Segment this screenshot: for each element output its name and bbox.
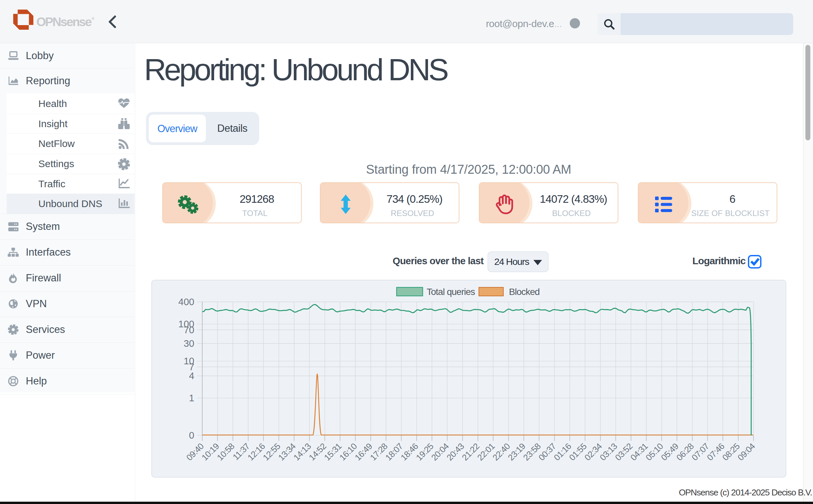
svg-text:16:10: 16:10 (337, 441, 359, 463)
svg-text:08:25: 08:25 (721, 441, 742, 463)
svg-text:22:40: 22:40 (491, 441, 512, 463)
svg-text:Total queries: Total queries (427, 287, 475, 297)
svg-text:400: 400 (178, 297, 194, 307)
svg-text:70: 70 (184, 325, 194, 335)
svg-text:22:01: 22:01 (475, 441, 497, 463)
svg-text:01:16: 01:16 (552, 441, 573, 463)
svg-text:19:25: 19:25 (414, 441, 436, 463)
svg-text:1: 1 (189, 393, 194, 403)
svg-text:23:58: 23:58 (521, 441, 543, 463)
svg-text:09:40: 09:40 (184, 441, 206, 463)
svg-text:23:19: 23:19 (506, 441, 528, 463)
svg-text:04:31: 04:31 (629, 441, 650, 463)
svg-text:00:37: 00:37 (537, 441, 558, 463)
svg-text:15:31: 15:31 (322, 441, 344, 463)
svg-text:07:07: 07:07 (690, 441, 711, 463)
svg-text:18:46: 18:46 (399, 441, 421, 463)
svg-text:01:55: 01:55 (567, 441, 589, 463)
svg-text:10:58: 10:58 (215, 441, 237, 463)
svg-text:13:34: 13:34 (276, 441, 298, 463)
svg-text:14:13: 14:13 (291, 441, 313, 463)
svg-text:18:07: 18:07 (383, 441, 405, 463)
svg-text:14:52: 14:52 (307, 441, 328, 463)
svg-text:03:52: 03:52 (613, 441, 635, 463)
svg-text:02:34: 02:34 (583, 441, 604, 463)
svg-text:07:46: 07:46 (705, 441, 726, 463)
svg-text:4: 4 (189, 371, 194, 381)
svg-text:17:28: 17:28 (368, 441, 389, 463)
svg-text:21:22: 21:22 (460, 441, 482, 463)
svg-text:12:16: 12:16 (245, 441, 267, 463)
svg-text:Blocked: Blocked (509, 287, 540, 297)
svg-text:09:04: 09:04 (736, 441, 757, 463)
svg-text:30: 30 (184, 338, 194, 349)
svg-text:10:19: 10:19 (200, 441, 221, 463)
svg-text:03:13: 03:13 (598, 441, 619, 463)
svg-text:05:10: 05:10 (644, 441, 665, 463)
svg-text:16:49: 16:49 (353, 441, 374, 463)
svg-text:06:28: 06:28 (675, 441, 696, 463)
svg-text:12:55: 12:55 (261, 441, 282, 463)
svg-text:20:04: 20:04 (429, 441, 451, 463)
svg-text:20:43: 20:43 (445, 441, 466, 463)
svg-text:11:37: 11:37 (231, 441, 251, 462)
svg-text:05:49: 05:49 (659, 441, 681, 463)
svg-text:0: 0 (189, 430, 194, 441)
